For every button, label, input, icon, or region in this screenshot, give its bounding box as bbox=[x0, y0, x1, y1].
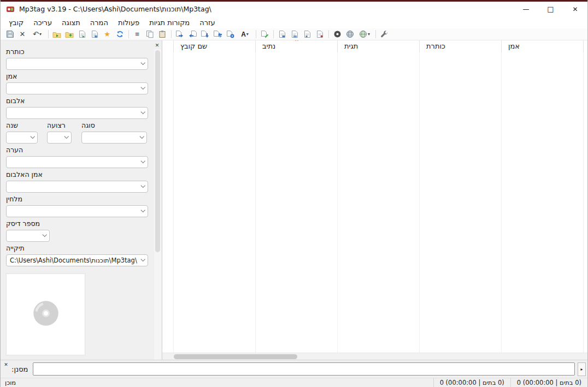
add-directory-button[interactable] bbox=[63, 29, 75, 40]
chevron-down-icon[interactable] bbox=[30, 134, 34, 139]
status-count-suffix: 0) bbox=[496, 379, 504, 386]
toolbar-separator bbox=[128, 30, 129, 38]
directory-value: C:\Users\Ashi\Documents\תוכנות\Mp3tag\ bbox=[10, 257, 137, 264]
filter-input[interactable] bbox=[33, 362, 575, 376]
chevron-down-icon[interactable] bbox=[140, 208, 145, 212]
minimize-button[interactable]: — bbox=[514, 2, 538, 16]
convert-text-file-tag-button[interactable] bbox=[199, 29, 211, 40]
column-header-title[interactable]: כותרת bbox=[420, 40, 502, 52]
tag-panel-close-button[interactable]: ✕ bbox=[154, 41, 161, 49]
favorites-button[interactable]: ★ bbox=[101, 29, 113, 40]
convert-text-file-tag-icon bbox=[201, 30, 209, 38]
track-combobox[interactable] bbox=[47, 132, 72, 144]
convert-filename-tag-icon bbox=[188, 30, 197, 38]
chevron-down-icon[interactable] bbox=[140, 61, 145, 65]
chevron-down-icon[interactable] bbox=[139, 134, 144, 139]
options-wrench-icon bbox=[380, 30, 389, 38]
field-disc-number: מספר דיסק bbox=[6, 219, 148, 242]
save-tag-button[interactable] bbox=[4, 29, 16, 40]
convert-tag-filename-button[interactable] bbox=[174, 29, 186, 40]
edit-tag-icon bbox=[261, 30, 269, 38]
year-combobox[interactable] bbox=[6, 132, 38, 144]
change-directory-button[interactable] bbox=[51, 29, 63, 40]
chevron-down-icon[interactable] bbox=[64, 134, 68, 139]
web-globe-button[interactable] bbox=[344, 29, 356, 40]
file-list-body bbox=[162, 52, 587, 353]
remove-tag-button[interactable]: ✕ bbox=[16, 29, 28, 40]
main-area: ✕ כותרת אמן אלבום שנה bbox=[1, 40, 587, 360]
field-composer: מלחין bbox=[6, 195, 148, 217]
column-header-extra bbox=[584, 40, 587, 52]
composer-combobox[interactable] bbox=[6, 205, 148, 217]
undo-button[interactable]: ↶▾ bbox=[29, 29, 45, 40]
chevron-down-icon[interactable] bbox=[42, 233, 46, 237]
convert-tag-tag-icon bbox=[213, 30, 222, 38]
edit-tag-button[interactable] bbox=[258, 29, 271, 40]
menu-file[interactable]: קובץ bbox=[4, 18, 28, 27]
file-list: שם קובץ נתיב תגית כותרת אמן ^ bbox=[162, 40, 587, 360]
save-playlist-icon bbox=[91, 30, 98, 38]
genre-combobox[interactable] bbox=[81, 132, 147, 144]
directory-combobox[interactable]: C:\Users\Ashi\Documents\תוכנות\Mp3tag\ bbox=[6, 254, 148, 266]
chevron-down-icon[interactable] bbox=[140, 183, 145, 188]
case-conversion-button[interactable]: A▾ bbox=[237, 29, 253, 40]
filter-menu-button[interactable]: ▸ bbox=[578, 362, 586, 376]
filter-menu-arrow-icon: ▸ bbox=[580, 367, 583, 372]
menu-help[interactable]: עזרה bbox=[195, 18, 220, 27]
horizontal-scrollbar-thumb[interactable] bbox=[174, 354, 297, 359]
save-icon bbox=[6, 30, 14, 38]
menu-actions[interactable]: פעולות bbox=[113, 18, 144, 27]
chevron-down-icon[interactable] bbox=[140, 110, 145, 114]
disc-number-combobox[interactable] bbox=[6, 230, 50, 242]
web-sources-button[interactable]: ▾ bbox=[356, 29, 373, 40]
disc-sources-button[interactable] bbox=[331, 29, 343, 40]
paste-tag-button[interactable] bbox=[156, 29, 168, 40]
column-header-tag[interactable]: תגית bbox=[338, 40, 420, 52]
chevron-down-icon[interactable] bbox=[140, 257, 145, 261]
title-combobox[interactable] bbox=[6, 58, 148, 70]
tag-panel-scrollbar[interactable] bbox=[154, 49, 161, 360]
convert-filename-tag-button[interactable] bbox=[186, 29, 198, 40]
chevron-down-icon[interactable] bbox=[140, 159, 145, 163]
tag-panel-fields: כותרת אמן אלבום שנה רצו bbox=[6, 40, 148, 360]
tag-panel-scrollbar-thumb[interactable] bbox=[155, 50, 160, 252]
actions-button[interactable] bbox=[224, 29, 236, 40]
page-edit-button[interactable] bbox=[276, 29, 288, 40]
comment-combobox[interactable] bbox=[6, 156, 148, 168]
convert-tag-tag-button[interactable] bbox=[211, 29, 224, 40]
options-button[interactable] bbox=[378, 29, 390, 40]
artist-combobox[interactable] bbox=[6, 82, 148, 94]
menu-tag-sources[interactable]: מקורות תגיות bbox=[144, 18, 195, 27]
page-info-button[interactable] bbox=[314, 29, 326, 40]
web-globe-icon bbox=[346, 30, 354, 38]
list-column-extra bbox=[584, 52, 587, 353]
title-bar[interactable]: Mp3tag v3.19 - C:\Users\Ashi\Documents\ת… bbox=[1, 0, 587, 16]
field-album-artist: אמן האלבום bbox=[6, 170, 148, 193]
open-playlist-button[interactable] bbox=[76, 29, 88, 40]
actions-icon bbox=[226, 30, 234, 38]
column-header-artist[interactable]: אמן bbox=[502, 40, 584, 52]
close-button[interactable]: ✕ bbox=[563, 2, 587, 16]
album-artist-combobox[interactable] bbox=[6, 181, 148, 193]
chevron-down-icon[interactable] bbox=[140, 85, 145, 90]
page-number-button[interactable] bbox=[301, 29, 313, 40]
refresh-button[interactable] bbox=[114, 29, 126, 40]
change-directory-icon bbox=[52, 31, 61, 38]
column-header-filename[interactable]: שם קובץ bbox=[174, 40, 256, 52]
menu-edit[interactable]: עריכה bbox=[28, 18, 57, 27]
list-column-title bbox=[420, 52, 502, 353]
cover-art-box[interactable] bbox=[6, 273, 85, 355]
horizontal-scrollbar[interactable] bbox=[162, 353, 587, 360]
menu-convert[interactable]: המרה bbox=[85, 18, 113, 27]
filter-bar: ✕ מסנן: ▸ bbox=[1, 360, 587, 378]
filter-close-button[interactable]: ✕ bbox=[3, 361, 9, 368]
save-playlist-button[interactable] bbox=[89, 29, 101, 40]
album-combobox[interactable] bbox=[6, 107, 148, 119]
copy-tag-button[interactable] bbox=[144, 29, 156, 40]
menu-view[interactable]: תצוגה bbox=[57, 18, 85, 27]
page-id-button[interactable] bbox=[289, 29, 301, 40]
maximize-button[interactable]: □ bbox=[538, 2, 563, 16]
view-list-button[interactable]: ≡ bbox=[131, 29, 143, 40]
disc-number-label: מספר דיסק bbox=[6, 219, 148, 228]
status-total-summary: 0 (00:00:00 | בתים 0) bbox=[510, 378, 587, 387]
